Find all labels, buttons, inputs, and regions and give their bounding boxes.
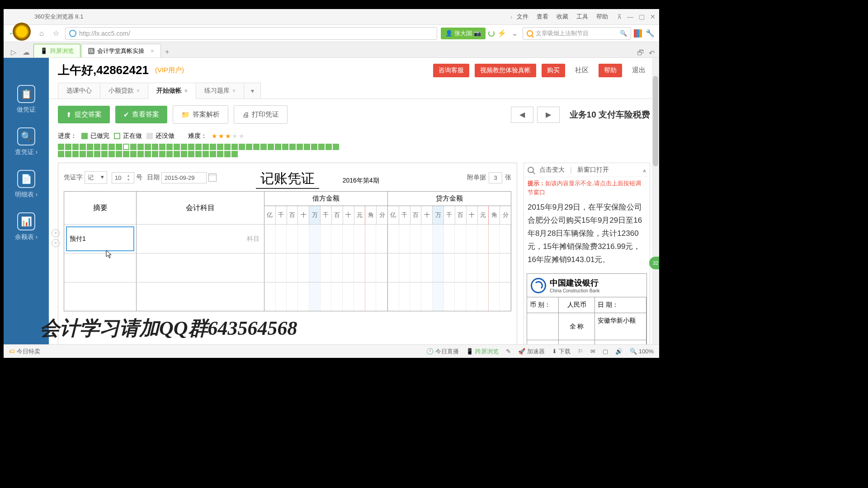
scrollbar-vertical[interactable] xyxy=(652,58,659,344)
progress-label: 进度： xyxy=(58,132,77,140)
video-button[interactable]: 视频教您体验真帐 xyxy=(475,64,536,77)
new-tab-icon[interactable]: + xyxy=(162,47,173,57)
undo-icon[interactable]: ↶ xyxy=(649,49,655,57)
special-sale[interactable]: 🏷今日特卖 xyxy=(9,347,40,356)
sidebar-make-voucher[interactable]: 📋做凭证 xyxy=(17,85,36,114)
user-icon: 👤 xyxy=(445,30,453,37)
restore-icon[interactable]: 🗗 xyxy=(637,49,644,57)
add-row-icon[interactable]: + xyxy=(52,229,60,237)
remove-row-icon[interactable]: × xyxy=(52,239,60,247)
avatar-sunflower xyxy=(13,23,31,41)
voucher-date-input[interactable]: 2015-09-29 xyxy=(161,172,207,183)
menu-file[interactable]: 文件 xyxy=(517,13,528,21)
cross-screen-link[interactable]: 📱跨屏浏览 xyxy=(466,347,499,356)
tag-icon: 🏷 xyxy=(9,348,15,355)
overflow-icon[interactable]: › xyxy=(510,14,512,20)
flag-icon[interactable]: ⚐ xyxy=(578,348,583,355)
float-badge[interactable]: 32 xyxy=(649,257,659,269)
sidebar-balance[interactable]: 📊余额表 › xyxy=(15,212,38,241)
subtab-dropdown[interactable]: ▾ xyxy=(244,83,261,99)
mail-icon[interactable]: ✉ xyxy=(590,348,595,355)
search-input[interactable]: 文章吸烟上法制节目 🔍 xyxy=(523,27,631,40)
reference-panel: 点击变大 | 新窗口打开 ▴ 提示：如该内容显示不全,请点击上面按钮调节窗口 2… xyxy=(524,163,650,344)
progress-cells[interactable] xyxy=(58,144,343,157)
view-answer-button[interactable]: ✔查看答案 xyxy=(115,106,167,123)
menu-view[interactable]: 查看 xyxy=(537,13,548,21)
maximize-icon[interactable]: ▢ xyxy=(639,13,645,20)
zoom-icon[interactable] xyxy=(528,167,534,173)
sidebar-detail[interactable]: 📄明细表 › xyxy=(15,170,38,199)
hint-text: 提示：如该内容显示不全,请点击上面按钮调节窗口 xyxy=(524,177,650,198)
logout-link[interactable]: 退出 xyxy=(627,63,650,77)
buy-button[interactable]: 购买 xyxy=(542,64,565,77)
sound-icon[interactable]: 🔊 xyxy=(615,348,623,355)
edit-icon[interactable]: ✎ xyxy=(506,348,511,355)
analysis-button[interactable]: 📁答案解析 xyxy=(173,105,228,124)
window-title: 360安全浏览器 8.1 xyxy=(34,13,510,21)
submit-button[interactable]: ⬆提交答案 xyxy=(58,106,110,123)
live-link[interactable]: 🕐今日直播 xyxy=(426,347,459,356)
help-button[interactable]: 帮助 xyxy=(599,64,622,77)
ccb-logo-icon xyxy=(531,278,546,293)
menu-fav[interactable]: 收藏 xyxy=(557,13,568,21)
subtab-loan[interactable]: 小额贷款× xyxy=(100,83,148,99)
print-button[interactable]: 🖨打印凭证 xyxy=(234,105,288,124)
calendar-icon[interactable] xyxy=(208,174,217,182)
close-window-icon[interactable]: ✕ xyxy=(650,13,656,20)
col-debit: 借方金额 xyxy=(264,192,387,206)
app-sidebar: 📋做凭证 🔍查凭证 › 📄明细表 › 📊余额表 › xyxy=(4,58,49,344)
tab-badge-icon: 练 xyxy=(88,48,94,54)
tab-accounting[interactable]: 练 会计学堂真帐实操 × xyxy=(81,44,161,57)
subtab-practice[interactable]: 练习题库× xyxy=(196,83,244,99)
next-button[interactable]: ▶ xyxy=(537,107,560,123)
close-icon[interactable]: × xyxy=(184,88,188,94)
zoom-link[interactable]: 点击变大 xyxy=(539,166,565,174)
voucher-number-input[interactable]: 10▴▾ xyxy=(112,172,134,183)
greeting: 上午好,42862421 xyxy=(58,62,149,78)
play-icon[interactable]: ▷ xyxy=(8,47,19,57)
close-icon[interactable]: × xyxy=(137,88,140,94)
new-window-link[interactable]: 新窗口打开 xyxy=(577,166,609,174)
close-tab-icon[interactable]: × xyxy=(151,47,154,54)
download-link[interactable]: ⬇下载 xyxy=(552,347,571,356)
upload-icon: ⬆ xyxy=(66,111,72,119)
collapse-icon[interactable]: ▴ xyxy=(643,166,646,174)
community-link[interactable]: 社区 xyxy=(571,63,593,77)
bolt-icon[interactable]: ⚡ xyxy=(497,29,506,38)
menu-help[interactable]: 帮助 xyxy=(596,13,608,21)
tool-icon[interactable]: 🔧 xyxy=(645,28,656,39)
task-description: 2015年9月29日，在平安保险公司合肥分公司购买15年9月29日至16年8月2… xyxy=(524,198,650,269)
zoom-level[interactable]: 🔍 100% xyxy=(630,348,654,355)
user-badge[interactable]: 👤 张大国 📷 xyxy=(441,28,486,39)
subtab-course[interactable]: 选课中心 xyxy=(58,83,100,99)
minimize-icon[interactable]: — xyxy=(627,13,633,20)
sidebar-query-voucher[interactable]: 🔍查凭证 › xyxy=(15,127,38,156)
subtab-start[interactable]: 开始做帐× xyxy=(148,83,196,99)
accelerator-link[interactable]: 🚀加速器 xyxy=(518,347,545,356)
download-icon: ⬇ xyxy=(552,348,557,355)
url-text: http://lx.acc5.com/ xyxy=(79,30,130,37)
voucher-word-select[interactable]: 记▾ xyxy=(85,171,107,184)
account-cell[interactable]: 科目 xyxy=(137,225,264,253)
close-icon[interactable]: × xyxy=(232,88,236,94)
site-icon xyxy=(69,30,76,37)
search-go-icon[interactable]: 🔍 xyxy=(620,30,627,37)
menu-tools[interactable]: 工具 xyxy=(576,13,588,21)
apps-icon[interactable] xyxy=(634,29,642,38)
difficulty-label: 难度： xyxy=(188,132,207,140)
window-icon[interactable]: ▢ xyxy=(603,348,608,355)
chevron-down-icon[interactable]: ⌄ xyxy=(509,28,520,39)
task-title: 业务10 支付车险税费 xyxy=(570,109,650,121)
menu-bar: 文件 查看 收藏 工具 帮助 xyxy=(517,13,608,21)
star-icon[interactable]: ☆ xyxy=(51,28,61,39)
pin-icon[interactable]: ⊼ xyxy=(617,13,622,20)
url-bar[interactable]: http://lx.acc5.com/ xyxy=(65,27,437,40)
home-icon[interactable]: ⌂ xyxy=(36,28,47,39)
tab-cross-screen[interactable]: 📱 跨屏浏览 xyxy=(33,44,80,57)
cloud-icon[interactable]: ☁ xyxy=(21,47,32,57)
status-bar: 🏷今日特卖 🕐今日直播 📱跨屏浏览 ✎ 🚀加速器 ⬇下载 ⚐ ✉ ▢ 🔊 🔍 1… xyxy=(4,344,659,358)
consult-button[interactable]: 咨询客服 xyxy=(433,64,469,77)
prev-button[interactable]: ◀ xyxy=(511,107,533,123)
summary-input[interactable] xyxy=(66,226,134,251)
attach-count-input[interactable]: 3 xyxy=(489,172,502,183)
